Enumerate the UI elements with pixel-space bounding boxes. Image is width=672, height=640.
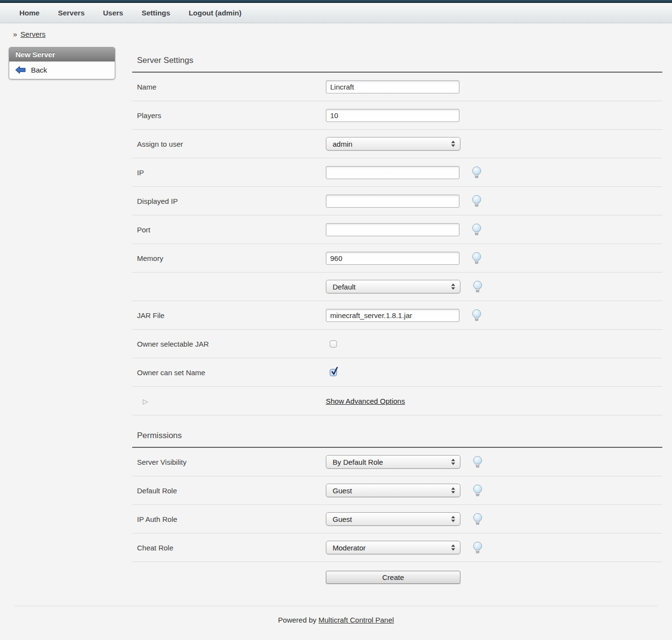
form-row-cheat-role: Cheat Role Moderator: [132, 533, 662, 562]
form-row-ip: IP: [132, 158, 662, 187]
assign-to-user-value: admin: [326, 140, 352, 148]
displayed-ip-help-bulb-icon[interactable]: [471, 195, 482, 208]
form-row-jar-file: JAR File: [132, 301, 662, 330]
server-visibility-label: Server Visibility: [132, 458, 326, 466]
ip-help-bulb-icon[interactable]: [471, 166, 482, 179]
ip-auth-role-select[interactable]: Guest: [326, 512, 460, 526]
ip-auth-role-value: Guest: [326, 515, 352, 523]
select-stepper-icon: [451, 488, 455, 494]
cheat-role-select[interactable]: Moderator: [326, 541, 460, 554]
ip-auth-role-help-bulb-icon[interactable]: [472, 513, 483, 526]
jar-file-label: JAR File: [132, 311, 326, 320]
memory-preset-value: Default: [326, 283, 356, 291]
default-role-value: Guest: [326, 487, 352, 495]
server-settings-title: Server Settings: [137, 56, 662, 65]
footer: Powered by Multicraft Control Panel: [0, 606, 672, 637]
form-row-memory-preset: Default: [132, 273, 662, 301]
memory-help-bulb-icon[interactable]: [471, 252, 482, 265]
panel-title: New Server: [9, 47, 115, 61]
ip-label: IP: [132, 168, 326, 177]
form-row-memory: Memory: [132, 244, 662, 273]
default-role-label: Default Role: [132, 487, 326, 495]
multicraft-link[interactable]: Multicraft Control Panel: [319, 616, 394, 624]
breadcrumb-servers-link[interactable]: Servers: [20, 30, 46, 38]
cheat-role-help-bulb-icon[interactable]: [472, 541, 483, 554]
back-arrow-icon: [15, 66, 26, 74]
form-row-name: Name: [132, 73, 662, 101]
nav-item-servers[interactable]: Servers: [58, 9, 85, 17]
displayed-ip-label: Displayed IP: [132, 197, 326, 205]
permissions-title: Permissions: [137, 431, 662, 441]
server-visibility-select[interactable]: By Default Role: [326, 455, 460, 469]
memory-input[interactable]: [326, 252, 459, 265]
new-server-panel: New Server Back: [9, 47, 115, 79]
create-button[interactable]: Create: [326, 571, 460, 584]
server-visibility-help-bulb-icon[interactable]: [472, 456, 483, 469]
ip-input[interactable]: [326, 166, 459, 179]
footer-powered-by-text: Powered by: [278, 616, 316, 624]
assign-to-user-select[interactable]: admin: [326, 137, 460, 151]
form-row-server-visibility: Server Visibility By Default Role: [132, 448, 662, 476]
form-row-players: Players: [132, 101, 662, 130]
jar-file-input[interactable]: [326, 309, 459, 322]
nav-item-home[interactable]: Home: [19, 9, 40, 17]
disclosure-triangle-icon[interactable]: ▷: [137, 397, 148, 405]
name-label: Name: [132, 83, 326, 91]
form-row-port: Port: [132, 215, 662, 244]
select-stepper-icon: [451, 459, 455, 465]
back-button[interactable]: Back: [9, 61, 115, 79]
select-stepper-icon: [451, 516, 455, 522]
players-label: Players: [132, 111, 326, 120]
form-row-default-role: Default Role Guest: [132, 476, 662, 505]
default-role-select[interactable]: Guest: [326, 484, 460, 497]
select-stepper-icon: [451, 545, 455, 551]
breadcrumb-separator: »: [13, 30, 17, 38]
nav-item-settings[interactable]: Settings: [141, 9, 170, 17]
form-row-owner-selectable-jar: Owner selectable JAR: [132, 330, 662, 358]
port-input[interactable]: [326, 223, 459, 236]
displayed-ip-input[interactable]: [326, 195, 459, 208]
memory-label: Memory: [132, 254, 326, 262]
select-stepper-icon: [451, 141, 455, 147]
assign-to-user-label: Assign to user: [132, 140, 326, 148]
port-label: Port: [132, 226, 326, 234]
nav-item-users[interactable]: Users: [103, 9, 123, 17]
form-row-create: Create: [132, 562, 662, 592]
form-row-displayed-ip: Displayed IP: [132, 187, 662, 215]
form-row-owner-can-set-name: Owner can set Name: [132, 358, 662, 387]
default-role-help-bulb-icon[interactable]: [472, 484, 483, 497]
form-row-assign-to-user: Assign to user admin: [132, 130, 662, 158]
show-advanced-options-link[interactable]: Show Advanced Options: [326, 397, 405, 405]
form-row-advanced-options: ▷ Show Advanced Options: [132, 387, 662, 415]
owner-selectable-jar-checkbox[interactable]: [330, 340, 337, 348]
owner-can-set-name-checkbox[interactable]: [330, 369, 337, 376]
memory-preset-help-bulb-icon[interactable]: [472, 280, 483, 293]
back-label: Back: [31, 66, 47, 74]
jar-file-help-bulb-icon[interactable]: [471, 309, 482, 322]
cheat-role-label: Cheat Role: [132, 544, 326, 552]
ip-auth-role-label: IP Auth Role: [132, 515, 326, 523]
breadcrumb: »Servers: [0, 23, 672, 43]
players-input[interactable]: [326, 109, 459, 122]
form-row-ip-auth-role: IP Auth Role Guest: [132, 505, 662, 533]
name-input[interactable]: [326, 80, 459, 93]
cheat-role-value: Moderator: [326, 544, 366, 552]
server-visibility-value: By Default Role: [326, 458, 383, 466]
owner-can-set-name-label: Owner can set Name: [132, 368, 326, 377]
nav-item-logout[interactable]: Logout (admin): [189, 9, 242, 17]
memory-preset-select[interactable]: Default: [326, 280, 460, 293]
main-navbar: Home Servers Users Settings Logout (admi…: [0, 3, 672, 23]
select-stepper-icon: [451, 284, 455, 290]
port-help-bulb-icon[interactable]: [471, 223, 482, 236]
owner-selectable-jar-label: Owner selectable JAR: [132, 340, 326, 348]
